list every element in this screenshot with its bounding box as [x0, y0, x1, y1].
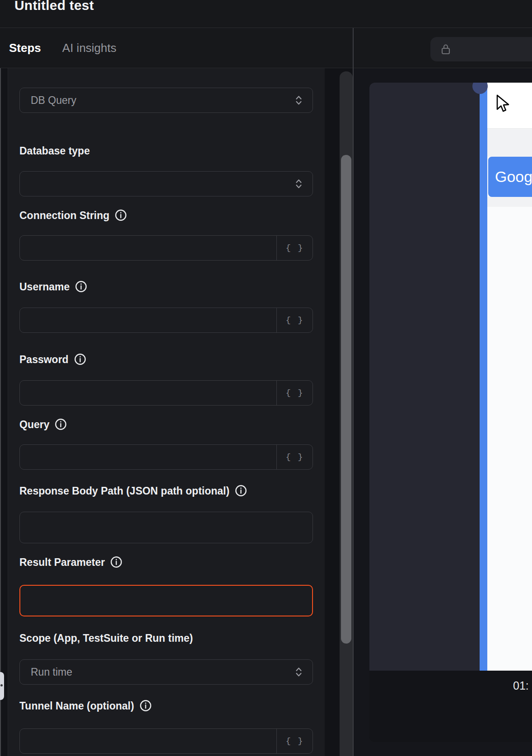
result-parameter-label: Result Parameter: [19, 556, 313, 568]
browser-preview-area: Goog 01:: [354, 69, 532, 756]
edge-handle-dot: [0, 684, 3, 686]
scope-select[interactable]: Run time: [19, 659, 313, 685]
panel-scrollbar-track[interactable]: [340, 71, 353, 756]
recording-card: Goog 01:: [369, 83, 532, 742]
response-body-path-input-value: [20, 512, 313, 543]
page-content-region: Goog: [487, 83, 532, 671]
connection-string-label: Connection String: [19, 209, 313, 221]
result-parameter-input-value: [20, 586, 312, 616]
username-input[interactable]: { }: [19, 308, 313, 333]
insert-parameter-button[interactable]: { }: [276, 729, 313, 753]
info-icon[interactable]: [235, 485, 247, 497]
edge-handle[interactable]: [0, 672, 4, 700]
chevron-updown-icon: [295, 178, 303, 189]
field-database-type: Database type: [19, 145, 313, 196]
insert-parameter-button[interactable]: { }: [276, 308, 313, 332]
query-input[interactable]: { }: [19, 444, 313, 470]
password-input[interactable]: { }: [19, 380, 313, 406]
field-password: Password { }: [19, 353, 313, 406]
result-parameter-input[interactable]: [19, 585, 313, 616]
action-select-value: DB Query: [31, 94, 76, 107]
query-input-value: [20, 445, 276, 469]
response-body-path-label: Response Body Path (JSON path optional): [19, 485, 313, 497]
tab-steps[interactable]: Steps: [9, 41, 41, 55]
page-gray-section: [487, 129, 532, 157]
action-select[interactable]: DB Query: [19, 88, 313, 113]
info-icon[interactable]: [75, 280, 87, 293]
field-connection-string: Connection String { }: [19, 209, 313, 261]
field-result-parameter: Result Parameter: [19, 556, 313, 616]
tab-bar: Steps AI insights: [0, 28, 353, 68]
password-label: Password: [19, 353, 313, 365]
tunnel-name-input-value: [20, 729, 276, 753]
database-type-label: Database type: [19, 145, 313, 157]
insert-parameter-button[interactable]: { }: [276, 445, 313, 469]
info-icon[interactable]: [115, 209, 127, 221]
panel-gutter: [325, 68, 353, 756]
lock-icon: [440, 42, 451, 56]
info-icon[interactable]: [140, 700, 152, 712]
field-scope: Scope (App, TestSuite or Run time) Run t…: [19, 632, 313, 685]
field-query: Query { }: [19, 418, 313, 470]
password-input-value: [20, 381, 276, 405]
google-button-label: Goog: [495, 168, 532, 186]
insert-parameter-button[interactable]: { }: [276, 381, 313, 405]
chevron-updown-icon: [295, 95, 303, 106]
tab-ai-insights[interactable]: AI insights: [62, 41, 117, 55]
scope-select-value: Run time: [31, 666, 72, 678]
browser-toolbar: [354, 28, 532, 68]
info-icon[interactable]: [74, 353, 86, 365]
database-type-select[interactable]: [19, 171, 313, 196]
page-title: Untitled test: [14, 0, 94, 13]
info-icon[interactable]: [55, 418, 67, 430]
response-body-path-input[interactable]: [19, 512, 313, 543]
query-label: Query: [19, 418, 313, 430]
step-settings-panel: DB Query Database type Connection String…: [8, 68, 325, 756]
mouse-cursor-icon: [495, 94, 513, 113]
panel-scrollbar-thumb[interactable]: [341, 155, 351, 644]
left-gutter: [1, 68, 8, 756]
connection-string-input[interactable]: { }: [19, 235, 313, 261]
page-dark-region: [369, 83, 480, 671]
title-bar: Untitled test: [0, 0, 532, 28]
page-screenshot[interactable]: Goog: [369, 83, 532, 671]
field-username: Username { }: [19, 280, 313, 333]
tunnel-name-label: Tunnel Name (optional): [19, 700, 313, 712]
page-gray-section: [487, 197, 532, 207]
username-label: Username: [19, 280, 313, 293]
chevron-updown-icon: [295, 667, 303, 677]
page-scrollbar-strip: [480, 83, 487, 671]
field-tunnel-name: Tunnel Name (optional) { }: [19, 700, 313, 754]
username-input-value: [20, 308, 276, 332]
info-icon[interactable]: [110, 556, 122, 568]
google-button[interactable]: Goog: [488, 157, 532, 197]
field-response-body-path: Response Body Path (JSON path optional): [19, 485, 313, 543]
tunnel-name-input[interactable]: { }: [19, 728, 313, 754]
timeline-bar[interactable]: 01:: [369, 671, 532, 742]
scope-label: Scope (App, TestSuite or Run time): [19, 632, 313, 644]
url-bar[interactable]: [430, 37, 532, 61]
timeline-timestamp: 01:: [513, 679, 529, 692]
insert-parameter-button[interactable]: { }: [276, 236, 313, 260]
connection-string-input-value: [20, 236, 276, 260]
